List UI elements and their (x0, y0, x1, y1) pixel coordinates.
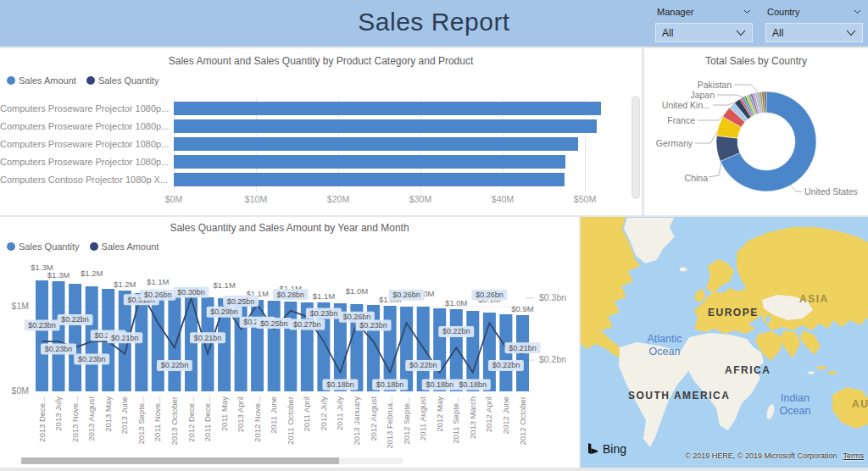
donut-label-france: France (667, 115, 695, 125)
bar-category-label: Computers Contoso Projector 1080p X... (0, 173, 167, 186)
bar-sales-amount[interactable] (174, 119, 597, 133)
column-sales-quantity[interactable] (433, 308, 446, 391)
line-data-label: $0.22bn (409, 361, 437, 369)
x-axis-month-label: 2012 April (484, 396, 493, 432)
line-data-callout: $0.29bn (207, 307, 242, 318)
left-axis-tick-label: $0M (12, 385, 29, 396)
column-sales-quantity[interactable] (152, 295, 164, 391)
right-axis-tick-label: $0.2bn (539, 354, 566, 364)
line-data-callout: $0.18bn (455, 380, 491, 391)
slicer-country: Country All (765, 3, 863, 42)
combo-chart-plot: $1M$0M$0.3bn$0.2bn$1.3M2013 Dece...$1.3M… (0, 217, 579, 468)
line-data-callout: $0.22bn (438, 326, 474, 337)
chevron-down-icon (736, 30, 746, 36)
column-sales-quantity[interactable] (384, 306, 397, 391)
slicer-country-header[interactable]: Country (765, 3, 863, 19)
line-data-label: $0.21bn (194, 334, 222, 342)
column-sales-quantity[interactable] (36, 280, 48, 391)
line-data-callout: $0.26bn (389, 290, 425, 301)
map-iceland (680, 268, 687, 272)
terms-link[interactable]: Terms (843, 452, 865, 460)
x-axis-month-label: 2012 Nove... (253, 396, 262, 442)
x-axis-month-label: 2011 October (286, 396, 295, 445)
x-axis-month-label: 2011 April (302, 396, 311, 432)
line-data-label: $0.22bn (492, 361, 520, 369)
map-attribution: © 2019 HERE, © 2019 Microsoft Corporatio… (665, 452, 864, 460)
bing-logo[interactable]: Bing (588, 442, 626, 456)
x-axis-month-label: 2013 May (103, 396, 113, 432)
line-data-label: $0.30bn (177, 288, 205, 296)
x-axis-month-label: 2012 May (435, 396, 444, 432)
line-data-label: $0.22bn (161, 361, 189, 369)
x-axis-month-label: 2012 June (501, 396, 510, 434)
column-data-label: $1.2M (81, 269, 103, 278)
line-data-callout: $0.22bn (157, 360, 192, 371)
column-data-label: $1.0M (445, 298, 467, 308)
line-data-label: $0.22bn (442, 327, 470, 335)
x-axis-month-label: 2013 January (352, 396, 361, 446)
x-axis-month-label: 2011 August (418, 396, 427, 441)
report-canvas: Sales Report Manager All Country All Sal (0, 0, 868, 471)
x-axis-month-label: 2013 April (236, 396, 245, 432)
map-label-europe: EUROPE (708, 307, 759, 319)
line-data-label: $0.23bn (359, 321, 387, 330)
bar-category-label: Computers Proseware Projector 1080p... (0, 137, 167, 151)
x-axis-tick-label: $0M (155, 194, 192, 204)
bar-sales-amount[interactable] (174, 173, 565, 186)
slicer-country-label: Country (767, 7, 800, 17)
x-axis-month-label: 2013 June (120, 396, 129, 434)
country-dropdown[interactable]: All (765, 23, 863, 42)
line-data-callout: $0.22bn (405, 360, 441, 371)
column-sales-quantity[interactable] (400, 307, 413, 391)
column-sales-quantity[interactable] (251, 300, 264, 391)
line-data-callout: $0.18bn (372, 380, 408, 391)
line-data-callout: $0.18bn (322, 380, 358, 391)
column-sales-quantity[interactable] (168, 296, 181, 391)
x-axis-month-label: 2013 Nove... (70, 396, 80, 442)
slicer-manager-label: Manager (657, 7, 693, 17)
line-data-callout: $0.22bn (58, 314, 93, 325)
product-chart-plot: $0M$10M$20M$30M$40M$50MComputers Prosewa… (0, 48, 642, 215)
donut-label-germany: Germany (656, 138, 693, 148)
column-sales-quantity[interactable] (69, 284, 81, 391)
report-header: Sales Report Manager All Country All (0, 0, 868, 47)
map-label-indian-ocean: Indian Ocean (774, 392, 816, 418)
x-axis-month-label: 2012 Dece... (186, 396, 196, 442)
column-data-label: $1.1M (313, 291, 335, 301)
x-axis-month-label: 2013 Septe... (136, 396, 146, 445)
map-visual[interactable]: EUROPE ASIA AFRICA SOUTH AMERICA AUS Atl… (581, 217, 868, 468)
bar-category-label: Computers Proseware Projector 1080p... (0, 102, 167, 115)
x-axis-month-label: 2012 August (369, 396, 378, 441)
month-chart-scrollbar-thumb[interactable] (21, 457, 339, 464)
bar-sales-amount[interactable] (174, 102, 601, 115)
copyright-text: © 2019 HERE, © 2019 Microsoft Corporatio… (685, 452, 837, 460)
bar-sales-amount[interactable] (174, 155, 565, 169)
line-data-callout: $0.22bn (488, 360, 524, 371)
map-label-south-america: SOUTH AMERICA (628, 390, 730, 402)
map-label-australia: AUS (852, 398, 868, 410)
bar-sales-amount[interactable] (174, 137, 578, 151)
line-data-callout: $0.18bn (422, 380, 458, 391)
world-map[interactable] (581, 217, 868, 468)
column-sales-quantity[interactable] (53, 281, 65, 391)
month-chart-scrollbar-track[interactable] (21, 457, 403, 464)
chevron-down-icon (854, 9, 861, 14)
column-sales-quantity[interactable] (450, 309, 463, 391)
line-data-label: $0.21bn (111, 334, 139, 342)
product-chart-panel: Sales Amount and Sales Quantity by Produ… (0, 48, 642, 215)
manager-dropdown[interactable]: All (655, 23, 753, 42)
product-chart-scrollbar[interactable] (632, 96, 640, 199)
line-data-callout: $0.21bn (190, 332, 225, 343)
line-data-label: $0.29bn (210, 308, 238, 316)
x-axis-month-label: 2012 October (518, 396, 527, 446)
x-axis-month-label: 2012 Septe... (402, 396, 411, 445)
map-label-atlantic-ocean: Atlantic Ocean (645, 333, 684, 358)
column-data-label: $1.1M (147, 277, 169, 286)
line-data-label: $0.25bn (227, 297, 255, 306)
column-data-label: $1.2M (114, 280, 136, 289)
slicer-manager-header[interactable]: Manager (655, 3, 753, 19)
line-data-callout: $0.30bn (174, 287, 209, 298)
line-data-label: $0.26bn (476, 291, 504, 299)
column-sales-quantity[interactable] (268, 301, 281, 391)
bing-b-icon (588, 443, 598, 455)
